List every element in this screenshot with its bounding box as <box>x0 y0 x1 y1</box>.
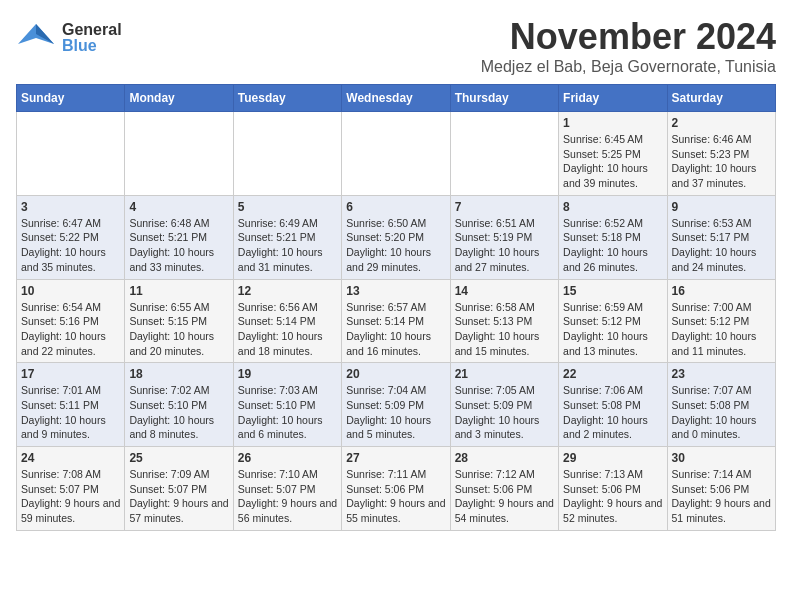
logo-text: General Blue <box>62 22 122 54</box>
calendar-cell: 30Sunrise: 7:14 AM Sunset: 5:06 PM Dayli… <box>667 447 775 531</box>
calendar-cell: 5Sunrise: 6:49 AM Sunset: 5:21 PM Daylig… <box>233 195 341 279</box>
day-info: Sunrise: 7:01 AM Sunset: 5:11 PM Dayligh… <box>21 383 120 442</box>
calendar-cell: 19Sunrise: 7:03 AM Sunset: 5:10 PM Dayli… <box>233 363 341 447</box>
day-number: 29 <box>563 451 662 465</box>
day-info: Sunrise: 6:46 AM Sunset: 5:23 PM Dayligh… <box>672 132 771 191</box>
calendar-cell: 9Sunrise: 6:53 AM Sunset: 5:17 PM Daylig… <box>667 195 775 279</box>
logo: General Blue <box>16 16 122 59</box>
day-number: 19 <box>238 367 337 381</box>
day-info: Sunrise: 6:45 AM Sunset: 5:25 PM Dayligh… <box>563 132 662 191</box>
calendar-cell: 26Sunrise: 7:10 AM Sunset: 5:07 PM Dayli… <box>233 447 341 531</box>
day-number: 14 <box>455 284 554 298</box>
col-thursday: Thursday <box>450 85 558 112</box>
calendar-cell: 24Sunrise: 7:08 AM Sunset: 5:07 PM Dayli… <box>17 447 125 531</box>
day-number: 25 <box>129 451 228 465</box>
day-info: Sunrise: 6:51 AM Sunset: 5:19 PM Dayligh… <box>455 216 554 275</box>
calendar-cell: 10Sunrise: 6:54 AM Sunset: 5:16 PM Dayli… <box>17 279 125 363</box>
calendar-cell: 13Sunrise: 6:57 AM Sunset: 5:14 PM Dayli… <box>342 279 450 363</box>
calendar-cell <box>450 112 558 196</box>
day-info: Sunrise: 6:53 AM Sunset: 5:17 PM Dayligh… <box>672 216 771 275</box>
day-info: Sunrise: 6:47 AM Sunset: 5:22 PM Dayligh… <box>21 216 120 275</box>
day-number: 11 <box>129 284 228 298</box>
calendar-cell: 3Sunrise: 6:47 AM Sunset: 5:22 PM Daylig… <box>17 195 125 279</box>
calendar-cell: 7Sunrise: 6:51 AM Sunset: 5:19 PM Daylig… <box>450 195 558 279</box>
day-info: Sunrise: 7:10 AM Sunset: 5:07 PM Dayligh… <box>238 467 337 526</box>
day-info: Sunrise: 6:54 AM Sunset: 5:16 PM Dayligh… <box>21 300 120 359</box>
day-number: 8 <box>563 200 662 214</box>
logo-blue-text: Blue <box>62 38 122 54</box>
calendar-cell: 21Sunrise: 7:05 AM Sunset: 5:09 PM Dayli… <box>450 363 558 447</box>
day-info: Sunrise: 6:49 AM Sunset: 5:21 PM Dayligh… <box>238 216 337 275</box>
day-info: Sunrise: 6:57 AM Sunset: 5:14 PM Dayligh… <box>346 300 445 359</box>
day-number: 17 <box>21 367 120 381</box>
day-info: Sunrise: 6:58 AM Sunset: 5:13 PM Dayligh… <box>455 300 554 359</box>
day-info: Sunrise: 7:08 AM Sunset: 5:07 PM Dayligh… <box>21 467 120 526</box>
day-number: 23 <box>672 367 771 381</box>
day-number: 26 <box>238 451 337 465</box>
day-number: 5 <box>238 200 337 214</box>
month-title: November 2024 <box>481 16 776 58</box>
day-number: 1 <box>563 116 662 130</box>
logo-general-text: General <box>62 22 122 38</box>
calendar-cell: 16Sunrise: 7:00 AM Sunset: 5:12 PM Dayli… <box>667 279 775 363</box>
day-number: 3 <box>21 200 120 214</box>
day-number: 27 <box>346 451 445 465</box>
calendar-cell: 29Sunrise: 7:13 AM Sunset: 5:06 PM Dayli… <box>559 447 667 531</box>
day-number: 13 <box>346 284 445 298</box>
calendar-cell: 14Sunrise: 6:58 AM Sunset: 5:13 PM Dayli… <box>450 279 558 363</box>
day-number: 15 <box>563 284 662 298</box>
location: Medjez el Bab, Beja Governorate, Tunisia <box>481 58 776 76</box>
calendar-cell <box>342 112 450 196</box>
day-info: Sunrise: 7:03 AM Sunset: 5:10 PM Dayligh… <box>238 383 337 442</box>
calendar-cell: 17Sunrise: 7:01 AM Sunset: 5:11 PM Dayli… <box>17 363 125 447</box>
week-row-3: 10Sunrise: 6:54 AM Sunset: 5:16 PM Dayli… <box>17 279 776 363</box>
day-number: 18 <box>129 367 228 381</box>
day-number: 28 <box>455 451 554 465</box>
day-info: Sunrise: 6:59 AM Sunset: 5:12 PM Dayligh… <box>563 300 662 359</box>
calendar-cell: 28Sunrise: 7:12 AM Sunset: 5:06 PM Dayli… <box>450 447 558 531</box>
col-saturday: Saturday <box>667 85 775 112</box>
day-number: 22 <box>563 367 662 381</box>
day-info: Sunrise: 7:07 AM Sunset: 5:08 PM Dayligh… <box>672 383 771 442</box>
calendar-cell: 15Sunrise: 6:59 AM Sunset: 5:12 PM Dayli… <box>559 279 667 363</box>
calendar-cell <box>233 112 341 196</box>
calendar-cell: 18Sunrise: 7:02 AM Sunset: 5:10 PM Dayli… <box>125 363 233 447</box>
calendar-cell: 27Sunrise: 7:11 AM Sunset: 5:06 PM Dayli… <box>342 447 450 531</box>
day-number: 9 <box>672 200 771 214</box>
calendar-cell: 22Sunrise: 7:06 AM Sunset: 5:08 PM Dayli… <box>559 363 667 447</box>
col-wednesday: Wednesday <box>342 85 450 112</box>
calendar-header: Sunday Monday Tuesday Wednesday Thursday… <box>17 85 776 112</box>
day-number: 4 <box>129 200 228 214</box>
calendar-cell <box>17 112 125 196</box>
page-header: General Blue November 2024 Medjez el Bab… <box>16 16 776 76</box>
day-info: Sunrise: 7:13 AM Sunset: 5:06 PM Dayligh… <box>563 467 662 526</box>
calendar-cell: 1Sunrise: 6:45 AM Sunset: 5:25 PM Daylig… <box>559 112 667 196</box>
title-section: November 2024 Medjez el Bab, Beja Govern… <box>481 16 776 76</box>
col-sunday: Sunday <box>17 85 125 112</box>
day-info: Sunrise: 7:04 AM Sunset: 5:09 PM Dayligh… <box>346 383 445 442</box>
week-row-5: 24Sunrise: 7:08 AM Sunset: 5:07 PM Dayli… <box>17 447 776 531</box>
calendar-cell: 6Sunrise: 6:50 AM Sunset: 5:20 PM Daylig… <box>342 195 450 279</box>
day-info: Sunrise: 6:56 AM Sunset: 5:14 PM Dayligh… <box>238 300 337 359</box>
day-number: 10 <box>21 284 120 298</box>
day-number: 7 <box>455 200 554 214</box>
day-info: Sunrise: 6:50 AM Sunset: 5:20 PM Dayligh… <box>346 216 445 275</box>
day-info: Sunrise: 7:09 AM Sunset: 5:07 PM Dayligh… <box>129 467 228 526</box>
day-info: Sunrise: 6:52 AM Sunset: 5:18 PM Dayligh… <box>563 216 662 275</box>
day-number: 20 <box>346 367 445 381</box>
calendar-table: Sunday Monday Tuesday Wednesday Thursday… <box>16 84 776 531</box>
logo-svg <box>16 16 56 52</box>
col-monday: Monday <box>125 85 233 112</box>
col-tuesday: Tuesday <box>233 85 341 112</box>
day-number: 12 <box>238 284 337 298</box>
day-info: Sunrise: 7:06 AM Sunset: 5:08 PM Dayligh… <box>563 383 662 442</box>
header-row: Sunday Monday Tuesday Wednesday Thursday… <box>17 85 776 112</box>
day-info: Sunrise: 7:02 AM Sunset: 5:10 PM Dayligh… <box>129 383 228 442</box>
week-row-4: 17Sunrise: 7:01 AM Sunset: 5:11 PM Dayli… <box>17 363 776 447</box>
calendar-cell: 25Sunrise: 7:09 AM Sunset: 5:07 PM Dayli… <box>125 447 233 531</box>
logo-bird-icon <box>16 16 56 59</box>
day-info: Sunrise: 6:48 AM Sunset: 5:21 PM Dayligh… <box>129 216 228 275</box>
day-info: Sunrise: 7:12 AM Sunset: 5:06 PM Dayligh… <box>455 467 554 526</box>
calendar-cell <box>125 112 233 196</box>
calendar-body: 1Sunrise: 6:45 AM Sunset: 5:25 PM Daylig… <box>17 112 776 531</box>
